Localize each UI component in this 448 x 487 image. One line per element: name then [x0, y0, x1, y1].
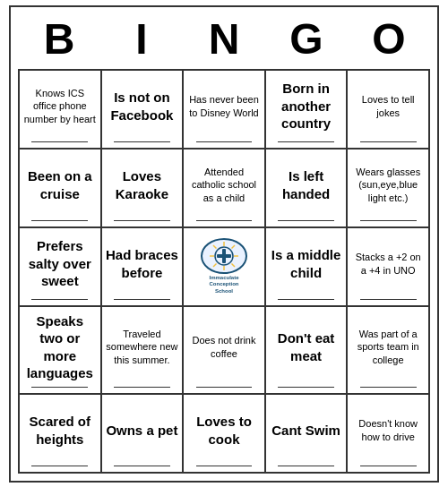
bingo-cell: Is a middle child	[265, 227, 348, 306]
cell-label: Does not drink coffee	[187, 334, 261, 360]
cell-label: Stacks a +2 on a +4 in UNO	[351, 251, 425, 277]
cell-label: Scared of heights	[23, 413, 97, 448]
svg-line-5	[231, 264, 235, 268]
bingo-cell: Been on a cruise	[19, 149, 101, 227]
bingo-cell: Has never been to Disney World	[183, 70, 265, 149]
bingo-cell: Don't eat meat	[265, 306, 348, 394]
cell-label: Has never been to Disney World	[187, 93, 261, 119]
title-letter: B	[32, 14, 86, 64]
bingo-cell: Speaks two or more languages	[19, 306, 101, 394]
bingo-cell: Is not on Facebook	[101, 70, 184, 149]
svg-rect-9	[217, 254, 231, 258]
title-letter: O	[362, 14, 416, 64]
cell-label: Don't eat meat	[270, 329, 343, 364]
cell-label: Is not on Facebook	[106, 89, 179, 124]
title-letter: I	[115, 14, 168, 64]
bingo-card: BINGO Knows ICS office phone number by h…	[9, 5, 439, 483]
bingo-cell: ImmaculateConceptionSchool	[183, 227, 265, 306]
title-letter: G	[280, 14, 333, 64]
bingo-grid: Knows ICS office phone number by heartIs…	[18, 69, 430, 474]
bingo-cell: Traveled somewhere new this summer.	[101, 306, 184, 394]
cell-label: Born in another country	[270, 80, 343, 132]
bingo-cell: Does not drink coffee	[183, 306, 265, 394]
svg-line-7	[213, 264, 217, 268]
cell-label: Was part of a sports team in college	[351, 328, 425, 366]
bingo-cell: Loves to tell jokes	[347, 70, 429, 149]
cell-label: Knows ICS office phone number by heart	[23, 87, 97, 125]
cell-label: Traveled somewhere new this summer.	[106, 328, 179, 366]
bingo-cell: Owns a pet	[101, 394, 184, 473]
bingo-cell: Cant Swim	[265, 394, 348, 473]
bingo-cell: Had braces before	[101, 227, 184, 306]
svg-line-4	[213, 245, 217, 249]
cell-label: Attended catholic school as a child	[187, 166, 261, 204]
cell-label: Had braces before	[106, 246, 179, 281]
bingo-cell: Loves Karaoke	[101, 149, 184, 227]
ics-name: ImmaculateConceptionSchool	[209, 275, 238, 295]
bingo-cell: Stacks a +2 on a +4 in UNO	[347, 227, 429, 306]
cell-label: Loves to tell jokes	[351, 93, 425, 119]
bingo-cell: Scared of heights	[19, 394, 101, 473]
ics-logo: ImmaculateConceptionSchool	[197, 240, 251, 294]
cell-label: Been on a cruise	[23, 167, 97, 202]
cell-label: Is a middle child	[270, 246, 343, 281]
bingo-cell: Is left handed	[265, 149, 348, 227]
cell-label: Owns a pet	[106, 422, 177, 440]
bingo-cell: Doesn't know how to drive	[347, 394, 429, 473]
title-letter: N	[197, 14, 251, 64]
bingo-cell: Knows ICS office phone number by heart	[19, 70, 101, 149]
cell-label: Cant Swim	[271, 422, 340, 440]
cell-label: Wears glasses (sun,eye,blue light etc.)	[351, 166, 425, 204]
cell-label: Loves Karaoke	[106, 167, 179, 202]
bingo-cell: Loves to cook	[183, 394, 265, 473]
svg-line-6	[231, 245, 235, 249]
cell-label: Prefers salty over sweet	[23, 237, 97, 290]
bingo-title: BINGO	[18, 14, 430, 64]
bingo-cell: Prefers salty over sweet	[19, 227, 101, 306]
cell-label: Is left handed	[270, 167, 343, 202]
bingo-cell: Was part of a sports team in college	[347, 306, 429, 394]
ics-icon	[208, 240, 240, 272]
bingo-cell: Wears glasses (sun,eye,blue light etc.)	[347, 149, 429, 227]
cell-label: Speaks two or more languages	[23, 312, 97, 382]
cell-label: Loves to cook	[187, 413, 261, 448]
bingo-cell: Born in another country	[265, 70, 348, 149]
cell-label: Doesn't know how to drive	[351, 417, 425, 443]
bingo-cell: Attended catholic school as a child	[183, 149, 265, 227]
